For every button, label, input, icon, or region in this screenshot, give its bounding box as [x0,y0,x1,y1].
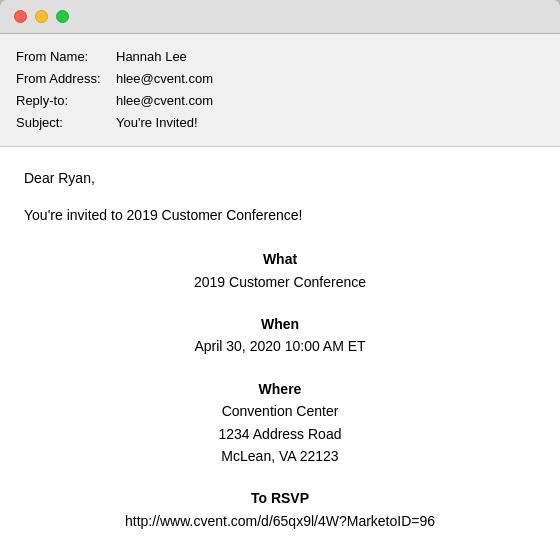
minimize-button[interactable] [35,10,48,23]
when-title: When [24,313,536,335]
reply-to-value: hlee@cvent.com [116,90,213,112]
reply-to-label: Reply-to: [16,90,116,112]
close-button[interactable] [14,10,27,23]
what-content: 2019 Customer Conference [24,271,536,293]
email-header: From Name: Hannah Lee From Address: hlee… [0,34,560,147]
subject-value: You're Invited! [116,112,198,134]
reply-to-row: Reply-to: hlee@cvent.com [16,90,544,112]
where-section: Where Convention Center 1234 Address Roa… [24,378,536,468]
subject-label: Subject: [16,112,116,134]
intro: You're invited to 2019 Customer Conferen… [24,204,536,226]
rsvp-section: To RSVP http://www.cvent.com/d/65qx9l/4W… [24,487,536,532]
maximize-button[interactable] [56,10,69,23]
from-address-row: From Address: hlee@cvent.com [16,68,544,90]
email-body: Dear Ryan, You're invited to 2019 Custom… [0,147,560,543]
where-line2: 1234 Address Road [24,423,536,445]
where-title: Where [24,378,536,400]
where-line1: Convention Center [24,400,536,422]
from-name-row: From Name: Hannah Lee [16,46,544,68]
when-section: When April 30, 2020 10:00 AM ET [24,313,536,358]
rsvp-link[interactable]: http://www.cvent.com/d/65qx9l/4W?Marketo… [24,510,536,532]
email-window: From Name: Hannah Lee From Address: hlee… [0,0,560,543]
what-section: What 2019 Customer Conference [24,248,536,293]
from-name-value: Hannah Lee [116,46,187,68]
what-title: What [24,248,536,270]
from-address-label: From Address: [16,68,116,90]
title-bar [0,0,560,34]
from-name-label: From Name: [16,46,116,68]
subject-row: Subject: You're Invited! [16,112,544,134]
when-content: April 30, 2020 10:00 AM ET [24,335,536,357]
greeting: Dear Ryan, [24,167,536,189]
where-line3: McLean, VA 22123 [24,445,536,467]
rsvp-title: To RSVP [24,487,536,509]
from-address-value: hlee@cvent.com [116,68,213,90]
